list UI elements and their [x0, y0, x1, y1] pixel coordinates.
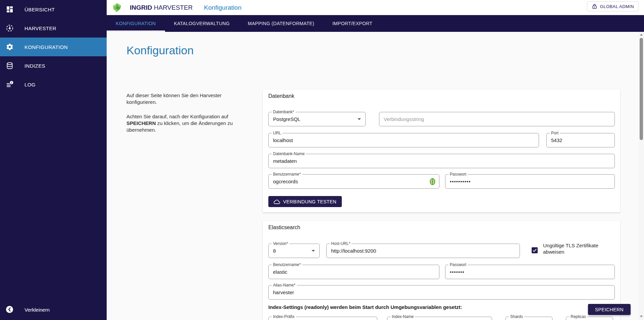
database-icon	[6, 62, 14, 70]
replicas-field: Replicas	[566, 317, 613, 320]
sidebar-item-label: HARVESTER	[24, 25, 56, 31]
section-tabbar: KONFIGURATION KATALOGVERWALTUNG MAPPING …	[107, 15, 644, 32]
speichern-button[interactable]: SPEICHERN	[588, 304, 631, 315]
dashboard-icon	[6, 5, 14, 13]
tab-katalogverwaltung[interactable]: KATALOGVERWALTUNG	[165, 15, 239, 32]
db-benutzername-input[interactable]	[273, 175, 433, 188]
collapse-label: Verkleinern	[24, 307, 50, 313]
alias-name-field: Alias-Name*	[268, 285, 615, 300]
log-info-icon	[6, 80, 14, 88]
index-name-input[interactable]	[392, 317, 486, 320]
index-praefix-field: Index-Präfix	[268, 317, 377, 320]
database-card-title: Datenbank	[268, 93, 294, 99]
url-field: URL	[268, 133, 539, 147]
host-url-input[interactable]	[331, 244, 514, 258]
vertical-scrollbar[interactable]	[639, 32, 644, 320]
scroll-down-arrow-icon[interactable]	[639, 314, 644, 319]
es-benutzername-field: Benutzername*	[268, 265, 439, 279]
db-passwort-input[interactable]	[450, 175, 609, 188]
app-title-rest: HARVESTER	[152, 4, 193, 11]
tab-import-export[interactable]: IMPORT/EXPORT	[323, 15, 381, 32]
tab-label: IMPORT/EXPORT	[332, 21, 372, 26]
es-passwort-input[interactable]	[450, 265, 609, 279]
host-url-field: Host-URL*	[326, 244, 520, 258]
main-content: Konfiguration Auf dieser Seite können Si…	[107, 32, 639, 320]
scroll-up-arrow-icon[interactable]	[639, 32, 644, 37]
chevron-down-icon	[312, 250, 315, 252]
database-card: Datenbank Datenbank* PostgreSQL URL Port…	[263, 89, 620, 212]
sidebar-item-uebersicht[interactable]: ÜBERSICHT	[0, 0, 107, 19]
tab-konfiguration[interactable]: KONFIGURATION	[107, 15, 165, 32]
tab-label: KONFIGURATION	[116, 21, 156, 26]
speichern-label: SPEICHERN	[595, 307, 624, 312]
chevron-down-icon	[358, 118, 361, 120]
intro-paragraph-1: Auf dieser Seite können Sie den Harveste…	[126, 92, 234, 106]
intro-p2-pre: Achten Sie darauf, nach der Konfiguratio…	[126, 114, 228, 119]
db-benutzername-field: Benutzername*	[268, 174, 439, 189]
index-praefix-input[interactable]	[273, 317, 371, 320]
scrollbar-thumb[interactable]	[640, 38, 643, 140]
ingrid-logo	[112, 3, 122, 13]
header-page-title: Konfiguration	[204, 4, 241, 11]
password-manager-icon[interactable]	[430, 178, 435, 185]
port-field: Port	[546, 133, 615, 147]
sidebar: ÜBERSICHT HARVESTER KONFIGURATION INDIZE…	[0, 0, 107, 320]
verbindung-testen-button[interactable]: VERBINDUNG TESTEN	[268, 196, 342, 207]
intro-paragraph-2: Achten Sie darauf, nach der Konfiguratio…	[126, 113, 234, 133]
sidebar-item-konfiguration[interactable]: KONFIGURATION	[0, 38, 107, 56]
shards-input[interactable]	[510, 317, 546, 320]
tab-mapping-datenformate[interactable]: MAPPING (DATENFORMATE)	[239, 15, 323, 32]
app-title: INGRID HARVESTER	[130, 4, 193, 11]
es-passwort-field: Passwort	[445, 265, 615, 279]
db-passwort-field: Passwort	[445, 174, 615, 189]
sidebar-item-indizes[interactable]: INDIZES	[0, 56, 107, 75]
chevron-left-circle-icon	[6, 306, 13, 313]
index-settings-note: Index-Settings (readonly) werden beim St…	[268, 304, 462, 310]
shards-field: Shards	[505, 317, 552, 320]
app-title-bold: INGRID	[130, 4, 152, 11]
port-input[interactable]	[551, 133, 609, 147]
version-select-value: 8	[273, 244, 276, 258]
sidebar-item-label: KONFIGURATION	[24, 44, 68, 50]
verbindungsstring-input[interactable]	[384, 112, 609, 126]
checkmark-icon	[532, 248, 537, 253]
sidebar-item-harvester[interactable]: HARVESTER	[0, 19, 107, 38]
lock-icon	[592, 3, 597, 9]
datenbank-select[interactable]: Datenbank* PostgreSQL	[268, 112, 366, 126]
es-benutzername-input[interactable]	[273, 265, 433, 279]
verbindung-testen-label: VERBINDUNG TESTEN	[283, 199, 336, 204]
tab-label: MAPPING (DATENFORMATE)	[248, 21, 314, 26]
intro-text: Auf dieser Seite können Sie den Harveste…	[126, 92, 234, 133]
global-admin-button[interactable]: GLOBAL ADMIN	[587, 1, 639, 11]
index-name-field: Index-Name	[387, 317, 492, 320]
sidebar-item-label: ÜBERSICHT	[24, 7, 55, 12]
verbindungsstring-field	[379, 112, 615, 126]
elasticsearch-card: Elasticsearch Version* 8 Host-URL* Ungül…	[263, 221, 620, 320]
intro-p2-bold: SPEICHERN	[126, 120, 156, 126]
tls-checkbox[interactable]	[532, 247, 538, 253]
datenbank-name-input[interactable]	[273, 154, 609, 168]
tls-checkbox-label[interactable]: Ungültige TLS Zertifikate abweisen	[543, 242, 610, 255]
downloading-icon	[6, 24, 14, 32]
alias-name-input[interactable]	[273, 285, 609, 299]
cloud-icon	[274, 199, 280, 204]
datenbank-name-field: Datenbank-Name	[268, 154, 615, 168]
datenbank-select-value: PostgreSQL	[273, 112, 301, 126]
elasticsearch-card-title: Elasticsearch	[268, 225, 300, 231]
sidebar-item-label: LOG	[24, 82, 36, 87]
sidebar-collapse-button[interactable]: Verkleinern	[0, 305, 107, 315]
top-header: INGRID HARVESTER Konfiguration GLOBAL AD…	[107, 0, 644, 15]
sidebar-item-label: INDIZES	[24, 63, 45, 69]
gear-icon	[6, 43, 14, 51]
replicas-input[interactable]	[571, 317, 607, 320]
tab-label: KATALOGVERWALTUNG	[174, 21, 230, 26]
sidebar-item-log[interactable]: LOG	[0, 75, 107, 94]
page-title: Konfiguration	[126, 44, 194, 57]
global-admin-label: GLOBAL ADMIN	[600, 4, 634, 9]
version-select[interactable]: Version* 8	[268, 244, 320, 258]
url-input[interactable]	[273, 133, 533, 147]
